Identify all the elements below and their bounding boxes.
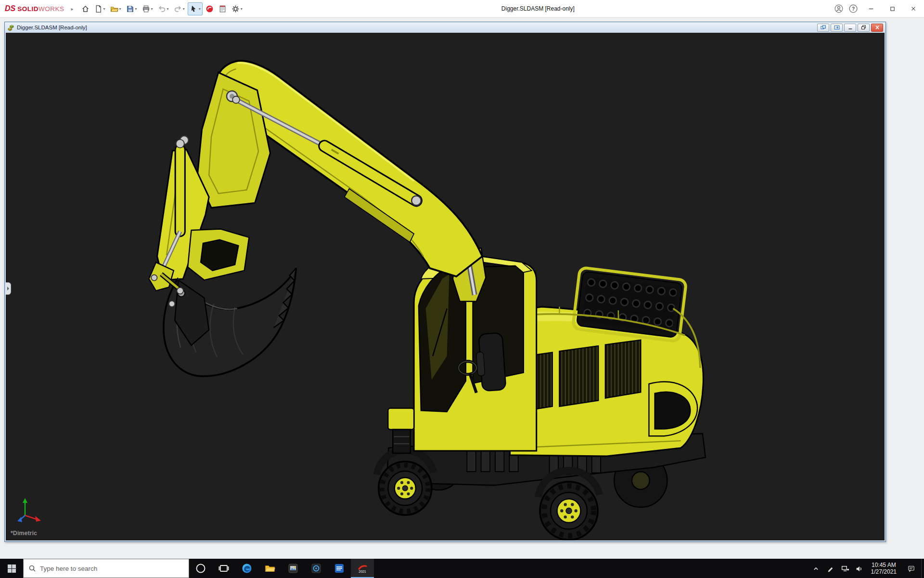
brand-works-text: WORKS (38, 5, 64, 13)
show-desktop-strip[interactable] (921, 559, 924, 578)
doc-close-button[interactable] (871, 24, 883, 32)
search-input[interactable] (40, 565, 184, 572)
select-cursor-icon (190, 5, 198, 13)
taskbar-search[interactable] (23, 559, 189, 578)
application-title: Digger.SLDASM [Read-only] (244, 5, 832, 12)
print-button[interactable]: ▾ (140, 2, 155, 15)
close-window-button[interactable] (903, 0, 924, 18)
taskbar-app-button-2[interactable] (305, 559, 328, 578)
maximize-icon (889, 6, 896, 12)
close-icon (874, 25, 880, 30)
windows-taskbar: 2021 10:45 AM 1/27/2021 (0, 559, 924, 578)
options-button[interactable]: ▾ (230, 2, 244, 15)
minimize-window-button[interactable] (860, 0, 882, 18)
doc-window-extra-button-1[interactable] (817, 24, 829, 32)
tray-network-button[interactable] (838, 559, 852, 578)
chevron-up-icon (812, 565, 820, 573)
select-tool-button[interactable]: ▾ (188, 2, 203, 15)
assembly-document-icon (7, 24, 14, 31)
doc-minimize-button[interactable] (844, 24, 856, 32)
taskbar-app-button-1[interactable] (282, 559, 305, 578)
file-explorer-button[interactable] (258, 559, 282, 578)
user-account-icon (834, 4, 843, 13)
application-client-area: Digger.SLDASM [Read-only] (0, 18, 924, 559)
doc-restore-button[interactable] (858, 24, 870, 32)
excavator-rear-wheel (540, 482, 598, 540)
show-hidden-icons-button[interactable] (809, 559, 823, 578)
close-icon (910, 5, 917, 12)
pen-icon (826, 565, 834, 573)
print-icon (142, 5, 150, 13)
user-account-button[interactable] (832, 0, 846, 18)
application-title-bar: DS SOLID WORKS ▸ ▾ ▾ ▾ ▾ (0, 0, 924, 18)
taskbar-app-icon-1 (287, 563, 299, 574)
clock-time: 10:45 AM (872, 562, 896, 568)
task-view-button[interactable] (212, 559, 235, 578)
edge-browser-icon (241, 563, 253, 574)
system-tray: 10:45 AM 1/27/2021 (809, 559, 924, 578)
minimize-icon (847, 25, 853, 30)
brand-solid-text: SOLID (17, 5, 38, 13)
cortana-button[interactable] (189, 559, 212, 578)
split-view-icon (821, 25, 826, 30)
chevron-down-icon[interactable]: ▾ (183, 7, 185, 11)
task-view-icon (218, 563, 230, 574)
action-center-button[interactable] (901, 559, 921, 578)
chevron-down-icon[interactable]: ▾ (199, 7, 201, 11)
start-button[interactable] (0, 559, 23, 578)
chevron-down-icon[interactable]: ▾ (119, 7, 121, 11)
redo-icon (174, 5, 182, 13)
chevron-down-icon[interactable]: ▾ (167, 7, 169, 11)
chevron-down-icon[interactable]: ▾ (135, 7, 137, 11)
solidworks-logo: DS SOLID WORKS (5, 4, 64, 13)
file-properties-button[interactable] (217, 2, 229, 15)
file-explorer-icon (264, 563, 276, 574)
windows-logo-icon (7, 564, 16, 573)
chevron-down-icon[interactable]: ▾ (151, 7, 153, 11)
taskbar-app-icon-2 (310, 563, 322, 574)
restore-icon (861, 25, 867, 30)
new-document-icon (94, 5, 103, 13)
action-center-icon (907, 565, 915, 573)
chevron-down-icon[interactable]: ▾ (103, 7, 105, 11)
taskbar-clock[interactable]: 10:45 AM 1/27/2021 (867, 559, 901, 578)
save-button[interactable]: ▾ (124, 2, 139, 15)
taskbar-app-button-3[interactable] (328, 559, 351, 578)
graphics-viewport[interactable]: *Dimetric (6, 33, 885, 540)
new-document-button[interactable]: ▾ (92, 2, 107, 15)
undo-button[interactable]: ▾ (156, 2, 171, 15)
tray-volume-button[interactable] (852, 559, 867, 578)
file-properties-icon (218, 5, 227, 13)
solidworks-application: DS SOLID WORKS ▸ ▾ ▾ ▾ ▾ (0, 0, 924, 578)
menu-expand-arrow-icon[interactable]: ▸ (71, 6, 74, 12)
excavator-model (6, 33, 885, 540)
help-glyph: ? (852, 6, 855, 12)
chevron-down-icon[interactable]: ▾ (241, 7, 243, 11)
tray-pen-button[interactable] (823, 559, 838, 578)
featuremanager-expand-tab[interactable] (6, 282, 11, 295)
doc-window-extra-button-2[interactable] (831, 24, 843, 32)
taskbar-app-icon-3 (334, 563, 345, 574)
expand-view-icon (834, 25, 840, 30)
gear-icon (231, 5, 240, 13)
solidworks-taskbar-button[interactable]: 2021 (351, 559, 374, 578)
quick-access-toolbar: ▾ ▾ ▾ ▾ ▾ ▾ ▾ (79, 2, 244, 15)
solidworks-app-icon: 2021 (357, 563, 368, 574)
excavator-front-wheel (379, 461, 432, 515)
solidworks-year-badge: 2021 (359, 570, 366, 573)
application-title-text: Digger.SLDASM [Read-only] (501, 5, 575, 12)
document-window-buttons (817, 24, 884, 32)
3dexperience-button[interactable] (204, 2, 216, 15)
maximize-window-button[interactable] (882, 0, 903, 18)
help-button[interactable]: ? (846, 0, 860, 18)
open-button[interactable]: ▾ (108, 2, 123, 15)
edge-browser-button[interactable] (235, 559, 258, 578)
document-title-bar[interactable]: Digger.SLDASM [Read-only] (5, 22, 886, 33)
title-bar-right-controls: ? (832, 0, 924, 17)
minimize-icon (868, 5, 874, 12)
open-folder-icon (110, 5, 118, 13)
excavator-bucket (164, 268, 296, 376)
redo-button[interactable]: ▾ (172, 2, 187, 15)
home-button[interactable] (79, 2, 91, 15)
network-icon (841, 565, 849, 573)
